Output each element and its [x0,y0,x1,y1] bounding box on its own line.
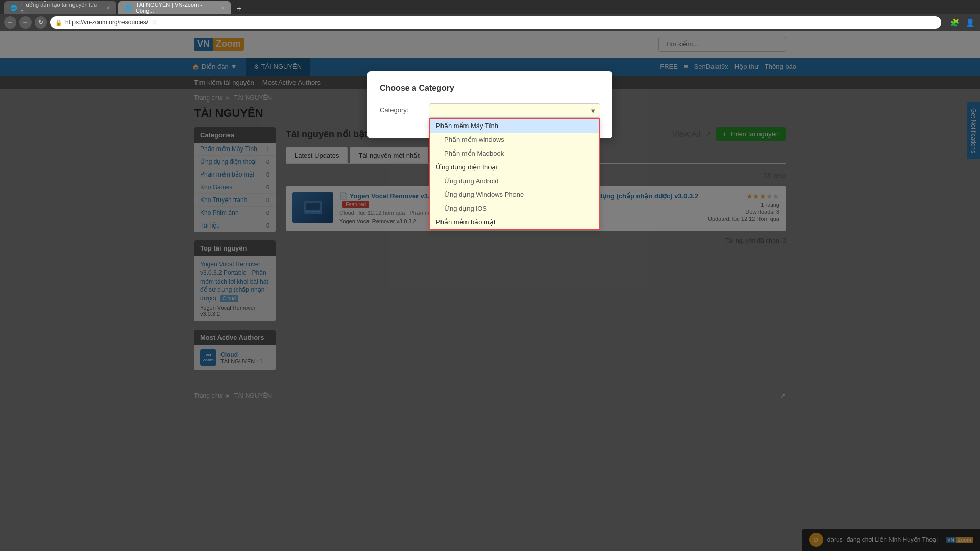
dropdown-item-1[interactable]: Phần mềm windows [430,133,599,146]
tab-label-2: TÀI NGUYÊN | VN-Zoom - Công... [136,2,216,14]
browser-chrome: 🌐 Hướng dẫn tạo tài nguyên lưu t... ✕ 🌐 … [0,0,980,31]
browser-toolbar: ← → ↻ 🔒 https://vn-zoom.org/resources/ ☆… [0,14,980,31]
reload-button[interactable]: ↻ [35,16,47,29]
tab-label-1: Hướng dẫn tạo tài nguyên lưu t... [21,2,102,14]
browser-tab-2[interactable]: 🌐 TÀI NGUYÊN | VN-Zoom - Công... ✕ [118,1,231,14]
dropdown-item-3[interactable]: Ứng dụng điện thoại [430,160,599,174]
browser-actions: 🧩 👤 [948,16,976,29]
category-label: Category: [380,103,421,114]
browser-tab-1[interactable]: 🌐 Hướng dẫn tạo tài nguyên lưu t... ✕ [4,1,116,14]
category-dropdown: Phần mềm Máy Tính Phần mềm windows Phần … [429,118,600,230]
modal-select-wrapper: ▼ Phần mềm Máy Tính Phần mềm windows Phầ… [429,103,600,118]
dropdown-item-0[interactable]: Phần mềm Máy Tính [430,119,599,133]
dropdown-item-8[interactable]: Kho Games [430,229,599,230]
url-bar[interactable]: 🔒 https://vn-zoom.org/resources/ ☆ [50,16,941,29]
tab-favicon-1: 🌐 [10,5,17,11]
modal-title: Choose a Category [380,84,600,93]
dropdown-item-6[interactable]: Ứng dụng iOS [430,202,599,215]
back-button[interactable]: ← [4,16,16,29]
dropdown-item-7[interactable]: Phần mềm bảo mật [430,215,599,229]
dropdown-item-2[interactable]: Phần mền Macbook [430,146,599,160]
modal: Choose a Category Category: ▼ Phần mềm M… [368,71,612,138]
browser-tabs: 🌐 Hướng dẫn tạo tài nguyên lưu t... ✕ 🌐 … [0,0,980,14]
bookmark-icon[interactable]: ☆ [151,18,158,27]
extensions-button[interactable]: 🧩 [948,16,961,29]
modal-form-row: Category: ▼ Phần mềm Máy Tính Phần mềm w… [380,103,600,118]
tab-favicon-2: 🌐 [125,5,132,11]
forward-button[interactable]: → [19,16,32,29]
url-text: https://vn-zoom.org/resources/ [65,19,148,26]
tab-close-2[interactable]: ✕ [220,5,225,11]
profile-button[interactable]: 👤 [964,16,976,29]
dropdown-item-5[interactable]: Ứng dụng Windows Phone [430,188,599,202]
lock-icon: 🔒 [55,19,62,26]
tab-close-1[interactable]: ✕ [106,5,110,11]
dropdown-item-4[interactable]: Ứng dụng Android [430,174,599,188]
category-select[interactable] [429,103,600,118]
modal-overlay[interactable]: Choose a Category Category: ▼ Phần mềm M… [0,31,980,551]
new-tab-button[interactable]: + [233,3,246,14]
